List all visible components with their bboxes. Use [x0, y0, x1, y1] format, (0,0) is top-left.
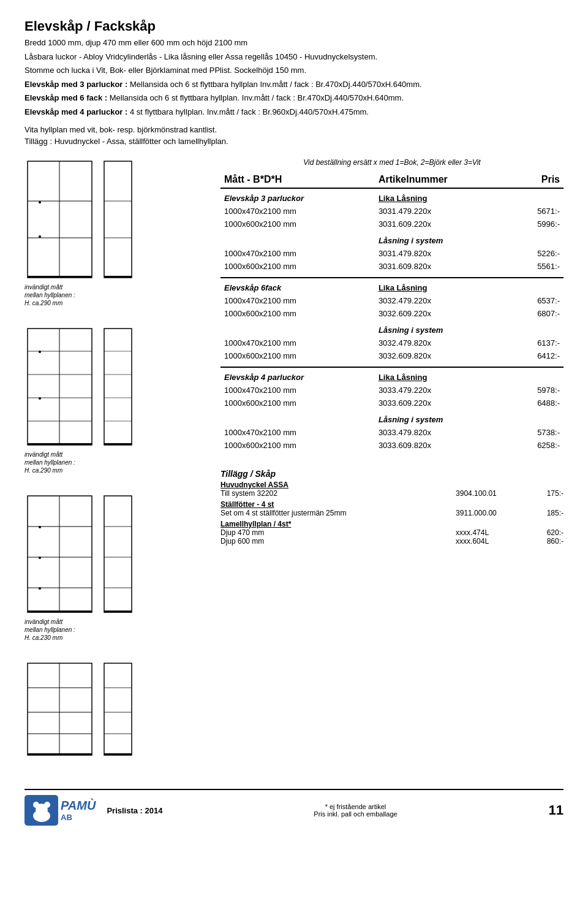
svg-rect-20 — [104, 329, 132, 445]
cabinet-svg-4b — [101, 660, 135, 758]
tillagg-row1-price: 175:- — [532, 489, 564, 498]
desc-line-4: Elevskåp med 3 parluckor : Mellansida oc… — [24, 78, 564, 91]
cabinets-row-3 — [24, 493, 208, 615]
section-divider-row-0: Elevskåp 3 parluckorLika Låsning — [221, 188, 564, 205]
tillagg-sub3: Lamellhyllplan / 4st* — [221, 517, 564, 528]
svg-point-17 — [39, 351, 41, 353]
section-label-2: Elevskåp 4 parluckor — [221, 367, 375, 384]
lock-label-2: Lika Låsning — [375, 367, 510, 384]
tillagg-row3-price: 620:- — [532, 528, 564, 537]
tillagg-row1: Till system 32202 3904.100.01 175:- — [221, 489, 564, 498]
svg-rect-19 — [28, 443, 92, 445]
tillagg-row1-art: 3904.100.01 — [456, 489, 532, 498]
svg-point-4 — [39, 201, 41, 203]
tillagg-sub2-row: Ställfötter - 4 st — [221, 498, 564, 509]
system-lock-label-0: Låsning i system — [221, 234, 564, 247]
header-description: Bredd 1000 mm, djup 470 mm eller 600 mm … — [24, 37, 564, 118]
svg-rect-39 — [104, 610, 132, 612]
desc-line-3: Stomme och lucka i Vit, Bok- eller Björk… — [24, 64, 564, 77]
lock-label-1: Lika Låsning — [375, 278, 510, 294]
cabinet-svg-1b — [101, 158, 135, 281]
tillagg-row2: Set om 4 st ställfötter justermän 25mm 3… — [221, 509, 564, 517]
cabinet-svg-1a — [24, 158, 95, 281]
desc-line-1: Bredd 1000 mm, djup 470 mm eller 600 mm … — [24, 37, 564, 49]
table-row-1-0: 1000x470x2100 mm3032.479.220x6537:- — [221, 294, 564, 307]
cabinet-svg-2a — [24, 325, 95, 448]
svg-point-54 — [44, 802, 50, 808]
tillagg-row3: Djup 470 mm xxxx.474L 620:- — [221, 528, 564, 537]
section-label-0: Elevskåp 3 parluckor — [221, 188, 375, 205]
svg-rect-46 — [104, 663, 132, 755]
desc-line-5: Elevskåp med 6 fack : Mellansida och 6 s… — [24, 92, 564, 104]
table-row-2-0: 1000x470x2100 mm3033.479.220x5978:- — [221, 384, 564, 397]
tillagg-header-text: Tillägg : Huvudnyckel - Assa, ställfötte… — [24, 137, 564, 146]
cabinet-group-1: invändigt måttmellan hyllplanen :H. ca.2… — [24, 158, 208, 307]
col-header-maat: Mått - B*D*H — [221, 172, 375, 188]
cabinets-row-4 — [24, 660, 208, 758]
svg-rect-45 — [28, 753, 92, 755]
tillagg-row3-art: xxxx.474L — [456, 528, 532, 537]
section-divider-row-2: Elevskåp 4 parluckorLika Låsning — [221, 367, 564, 384]
svg-point-53 — [33, 802, 39, 808]
svg-point-5 — [39, 235, 41, 238]
cabinet-group-3: invändigt måttmellan hyllplanen :H. ca.2… — [24, 493, 208, 642]
system-lock-label-2: Låsning i system — [221, 413, 564, 426]
tillagg-sub1: Huvudnyckel ASSA — [221, 481, 564, 489]
footer-logo-area: PAMÙ AB Prislista : 2014 — [24, 795, 162, 826]
tillagg-title-row: Tillägg / Skåp — [221, 469, 564, 481]
tillagg-row2-price: 185:- — [532, 509, 564, 517]
tillagg-title: Tillägg / Skåp — [221, 469, 564, 481]
tillagg-row3-desc: Djup 470 mm — [221, 528, 456, 537]
footer: PAMÙ AB Prislista : 2014 * ej fristående… — [24, 789, 564, 826]
svg-rect-34 — [28, 610, 92, 612]
svg-rect-6 — [28, 276, 92, 278]
system-row-0-0: 1000x470x2100 mm3031.479.820x5226:- — [221, 247, 564, 260]
cabinet-svg-4a — [24, 660, 95, 758]
svg-point-18 — [39, 397, 41, 400]
section-label-1: Elevskåp 6fack — [221, 278, 375, 294]
cabinet-illustrations: invändigt måttmellan hyllplanen :H. ca.2… — [24, 158, 208, 777]
system-lock-label-1: Låsning i system — [221, 324, 564, 337]
system-row-2-1: 1000x600x2100 mm3033.609.820x6258:- — [221, 439, 564, 452]
tillagg-row2-desc: Set om 4 st ställfötter justermän 25mm — [221, 509, 456, 517]
system-row-2-0: 1000x470x2100 mm3033.479.820x5738:- — [221, 426, 564, 439]
footer-note2: Pris inkl. pall och emballage — [314, 810, 397, 818]
tillagg-table: Tillägg / Skåp Huvudnyckel ASSA Till sys… — [221, 469, 564, 546]
cabinet-group-4 — [24, 660, 208, 758]
section-divider-row-1: Elevskåp 6fackLika Låsning — [221, 278, 564, 294]
price-table-section: Vid beställning ersätt x med 1=Bok, 2=Bj… — [221, 158, 564, 777]
page-header: Elevskåp / Fackskåp Bredd 1000 mm, djup … — [24, 18, 564, 146]
cabinet-svg-3a — [24, 493, 95, 615]
cabinet-svg-3b — [101, 493, 135, 615]
logo-ab: AB — [61, 813, 96, 822]
cabinets-row-1 — [24, 158, 208, 281]
cabinet-group-2: invändigt måttmellan hyllplanen :H. ca.2… — [24, 325, 208, 474]
tillagg-sub1-row: Huvudnyckel ASSA — [221, 481, 564, 489]
footer-note1: * ej fristående artikel — [314, 803, 397, 810]
desc-line-6: Elevskåp med 4 parluckor : 4 st flyttbar… — [24, 106, 564, 118]
svg-point-32 — [39, 557, 41, 559]
lock-label-0: Lika Låsning — [375, 188, 510, 205]
svg-rect-35 — [104, 496, 132, 612]
svg-point-31 — [39, 526, 41, 528]
table-header-row: Mått - B*D*H Artikelnummer Pris — [221, 172, 564, 188]
svg-rect-10 — [104, 276, 132, 278]
table-row-0-0: 1000x470x2100 mm3031.479.220x5671:- — [221, 205, 564, 218]
cabinets-row-2 — [24, 325, 208, 448]
tillagg-row4: Djup 600 mm xxxx.604L 860:- — [221, 537, 564, 546]
svg-rect-7 — [104, 161, 132, 278]
cabinet-svg-2b — [101, 325, 135, 448]
main-content: invändigt måttmellan hyllplanen :H. ca.2… — [24, 158, 564, 777]
svg-point-33 — [39, 587, 41, 590]
cabinet-label-2: invändigt måttmellan hyllplanen :H. ca.2… — [24, 451, 208, 474]
tillagg-sub3-row: Lamellhyllplan / 4st* — [221, 517, 564, 528]
col-header-artikel: Artikelnummer — [375, 172, 510, 188]
tillagg-row4-art: xxxx.604L — [456, 537, 532, 546]
table-row-0-1: 1000x600x2100 mm3031.609.220x5996:- — [221, 218, 564, 230]
subtitle-note: Vid beställning ersätt x med 1=Bok, 2=Bj… — [221, 158, 564, 167]
col-header-pris: Pris — [510, 172, 564, 188]
tillagg-sub2: Ställfötter - 4 st — [221, 498, 564, 509]
pamu-bear-icon — [29, 799, 54, 822]
cabinet-label-3: invändigt måttmellan hyllplanen :H. ca.2… — [24, 618, 208, 642]
page-title: Elevskåp / Fackskåp — [24, 18, 564, 34]
